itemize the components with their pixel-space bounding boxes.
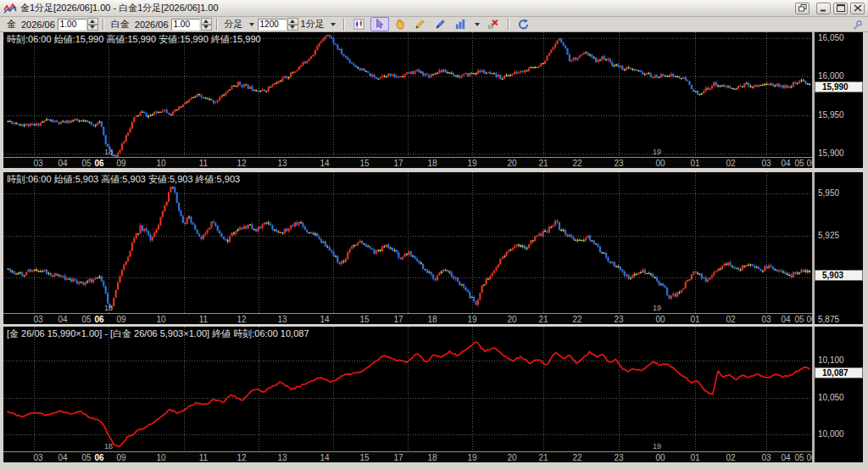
window-title: 金1分足[2026/06]1.00 - 白金1分足[2026/06]1.00 [20, 2, 219, 14]
time-axis-label: 19 [460, 315, 484, 324]
y-axis-label: 5,925 [818, 231, 839, 240]
time-axis-label: 19 [460, 453, 484, 462]
bar-count-stepper[interactable] [287, 18, 298, 31]
bar-count-input[interactable] [258, 19, 287, 31]
minimize-button[interactable] [816, 3, 831, 14]
platinum-label: 白金 [111, 18, 130, 31]
time-axis-label: 17 [387, 453, 410, 462]
time-axis-label: 06 [799, 453, 812, 462]
gold-chart-plot[interactable]: 1819 [3, 32, 812, 157]
time-axis-label: 10 [149, 453, 173, 462]
time-axis-label: 12 [230, 453, 253, 462]
time-axis-label: 14 [313, 159, 337, 168]
time-axis-label: 00 [648, 159, 672, 168]
time-axis-label: 13 [270, 159, 294, 168]
cursor-select-icon[interactable] [370, 17, 389, 31]
maximize-button[interactable] [833, 3, 848, 14]
platinum-chart-plot[interactable]: 1819 [3, 172, 812, 313]
pen-annotate-icon[interactable] [431, 17, 450, 31]
time-axis-label: 09 [109, 159, 133, 168]
y-axis-label: 10,050 [818, 393, 844, 402]
time-axis-label: 17 [387, 315, 410, 324]
y-axis-label: 15,900 [818, 148, 844, 158]
time-axis-label: 21 [531, 159, 555, 168]
hand-pan-icon[interactable] [391, 17, 409, 31]
time-axis-label: 12 [230, 315, 253, 324]
time-axis-label: 06 [87, 159, 111, 168]
current-price-box: 15,990 [815, 81, 863, 92]
y-axis-label: 5,950 [818, 188, 839, 198]
time-axis-label: 20 [500, 159, 524, 168]
time-axis-label: 06 [799, 315, 812, 324]
platinum-multiplier-input[interactable] [171, 19, 200, 31]
time-axis-label: 01 [683, 453, 707, 462]
time-axis-label: 01 [683, 159, 707, 168]
close-button[interactable] [850, 3, 865, 14]
time-axis-label: 15 [353, 159, 376, 168]
time-axis-label: 04 [51, 315, 75, 324]
time-axis-label: 01 [683, 315, 707, 324]
time-axis-label: 18 [420, 315, 444, 324]
time-axis-label: 00 [648, 315, 672, 324]
y-axis-label: 10,000 [818, 429, 844, 439]
time-axis-label: 00 [648, 453, 672, 462]
gold-contract-label: 2026/06 [21, 20, 55, 30]
time-axis-label: 20 [500, 453, 524, 462]
separator [343, 19, 345, 31]
platinum-time-axis: 0304050609101112131415171819202122230001… [3, 313, 812, 324]
time-axis-label: 14 [313, 315, 337, 324]
interval-dropdown[interactable] [328, 18, 339, 31]
y-axis-label: 16,050 [818, 33, 844, 42]
bar-type-label: 分足 [225, 18, 243, 31]
time-axis-label: 22 [565, 159, 589, 168]
indicator-bars-icon[interactable] [452, 17, 470, 31]
time-axis-label: 03 [26, 315, 50, 324]
time-axis-label: 18 [420, 159, 444, 168]
time-axis-label: 03 [26, 159, 50, 168]
time-axis-label: 22 [565, 453, 589, 462]
time-axis-label: 21 [531, 315, 555, 324]
current-price-box: 5,903 [815, 270, 863, 281]
gold-multiplier-stepper[interactable] [87, 18, 98, 31]
time-axis-label: 06 [799, 159, 812, 168]
time-axis-label: 15 [353, 315, 376, 324]
separator [508, 19, 509, 31]
y-axis-label: 16,000 [818, 71, 844, 81]
spread-chart-plot[interactable]: 1819 [3, 327, 812, 451]
gold-price-axis: 16,05016,00015,95015,90015,990 [812, 32, 863, 168]
time-axis-label: 09 [109, 315, 133, 324]
time-axis-label: 02 [719, 315, 743, 324]
time-axis-label: 23 [607, 315, 631, 324]
time-axis-label: 14 [313, 453, 337, 462]
delete-drawings-icon[interactable] [484, 17, 503, 31]
day-marker: 18 [104, 442, 113, 450]
time-axis-label: 06 [87, 453, 111, 462]
gold-multiplier-input[interactable] [58, 19, 86, 31]
bar-type-dropdown[interactable] [247, 18, 258, 31]
time-axis-label: 22 [565, 315, 589, 324]
time-axis-label: 13 [270, 315, 294, 324]
pencil-draw-icon[interactable] [411, 17, 430, 31]
time-axis-label: 18 [420, 453, 444, 462]
time-axis-label: 13 [270, 453, 294, 462]
new-window-button[interactable] [795, 3, 810, 14]
time-axis-label: 02 [719, 453, 743, 462]
candlestick-settings-icon[interactable] [350, 17, 369, 31]
time-axis-label: 19 [460, 159, 484, 168]
platinum-multiplier-stepper[interactable] [201, 18, 212, 31]
toolbar: 金 2026/06 白金 2026/06 分足 1分足 [0, 17, 868, 32]
time-axis-label: 20 [500, 315, 524, 324]
time-axis-label: 11 [192, 453, 215, 462]
refresh-icon[interactable] [515, 17, 533, 31]
time-axis-label: 21 [531, 453, 555, 462]
time-axis-label: 10 [149, 159, 173, 168]
time-axis-label: 06 [87, 315, 111, 324]
time-axis-label: 15 [353, 453, 376, 462]
platinum-contract-label: 2026/06 [135, 20, 169, 30]
title-bar: 金1分足[2026/06]1.00 - 白金1分足[2026/06]1.00 [0, 0, 868, 17]
time-axis-label: 12 [230, 159, 253, 168]
time-axis-label: 10 [149, 315, 173, 324]
time-axis-label: 02 [719, 159, 743, 168]
day-marker: 18 [104, 304, 113, 312]
indicator-dropdown[interactable] [472, 18, 483, 31]
